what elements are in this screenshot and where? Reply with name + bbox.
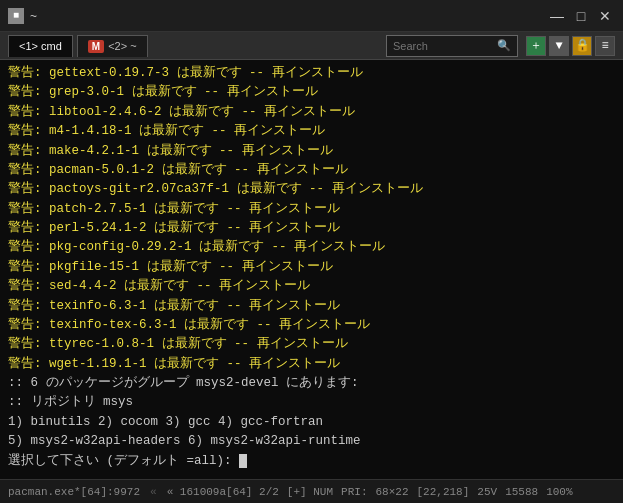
terminal-line: 5) msys2-w32api-headers 6) msys2-w32api-… <box>8 432 615 451</box>
cursor-blink <box>239 454 247 468</box>
terminal-line: 1) binutils 2) cocom 3) gcc 4) gcc-fortr… <box>8 413 615 432</box>
status-bar: pacman.exe*[64]:9972 « « 161009a[64] 2/2… <box>0 479 623 503</box>
add-icon[interactable]: ＋ <box>526 36 546 56</box>
terminal-line: 警告: gettext-0.19.7-3 は最新です -- 再インストール <box>8 64 615 83</box>
status-coords: « 161009a[64] 2/2 <box>167 486 279 498</box>
search-input[interactable] <box>393 40 493 52</box>
lock-icon[interactable]: 🔒 <box>572 36 592 56</box>
status-voltage: 25V <box>477 486 497 498</box>
terminal-line: 警告: sed-4.4-2 は最新です -- 再インストール <box>8 277 615 296</box>
terminal-line: 選択して下さい (デフォルト =all): <box>8 452 615 471</box>
tab-bar: <1> cmd M <2> ~ 🔍 ＋ ▼ 🔒 ≡ <box>0 32 623 60</box>
toolbar-icons: ＋ ▼ 🔒 ≡ <box>526 36 615 56</box>
terminal-line: 警告: patch-2.7.5-1 は最新です -- 再インストール <box>8 200 615 219</box>
tab-m-badge: M <box>88 40 104 53</box>
status-zoom: 100% <box>546 486 572 498</box>
tab-2-label: <2> ~ <box>108 40 136 52</box>
tab-2[interactable]: M <2> ~ <box>77 35 148 57</box>
terminal-output: 警告: gettext-0.19.7-3 は最新です -- 再インストール警告:… <box>0 60 623 479</box>
status-dimensions: 68×22 <box>375 486 408 498</box>
title-text: ~ <box>30 9 37 23</box>
terminal-line: 警告: pacman-5.0.1-2 は最新です -- 再インストール <box>8 161 615 180</box>
title-bar: ■ ~ — □ ✕ <box>0 0 623 32</box>
search-box[interactable]: 🔍 <box>386 35 518 57</box>
terminal-line: :: リポジトリ msys <box>8 393 615 412</box>
terminal-line: 警告: m4-1.4.18-1 は最新です -- 再インストール <box>8 122 615 141</box>
dropdown-icon[interactable]: ▼ <box>549 36 569 56</box>
tab-1-cmd[interactable]: <1> cmd <box>8 35 73 57</box>
status-cursor-pos: [22,218] <box>417 486 470 498</box>
status-pri: PRI: <box>341 486 367 498</box>
terminal-line: 警告: ttyrec-1.0.8-1 は最新です -- 再インストール <box>8 335 615 354</box>
close-button[interactable]: ✕ <box>595 6 615 26</box>
status-mode: [+] NUM <box>287 486 333 498</box>
terminal-line: 警告: grep-3.0-1 は最新です -- 再インストール <box>8 83 615 102</box>
app-icon: ■ <box>8 8 24 24</box>
terminal-line: :: 6 のパッケージがグループ msys2-devel にあります: <box>8 374 615 393</box>
terminal-line: 警告: perl-5.24.1-2 は最新です -- 再インストール <box>8 219 615 238</box>
maximize-button[interactable]: □ <box>571 6 591 26</box>
terminal-line: 警告: wget-1.19.1-1 は最新です -- 再インストール <box>8 355 615 374</box>
menu-icon[interactable]: ≡ <box>595 36 615 56</box>
tab-1-label: <1> cmd <box>19 40 62 52</box>
status-size: 15588 <box>505 486 538 498</box>
search-icon: 🔍 <box>497 39 511 52</box>
terminal-line: 警告: texinfo-tex-6.3-1 は最新です -- 再インストール <box>8 316 615 335</box>
status-process: pacman.exe*[64]:9972 <box>8 486 140 498</box>
terminal-line: 警告: pkgfile-15-1 は最新です -- 再インストール <box>8 258 615 277</box>
window-controls: — □ ✕ <box>547 6 615 26</box>
minimize-button[interactable]: — <box>547 6 567 26</box>
terminal-line: 警告: pactoys-git-r2.07ca37f-1 は最新です -- 再イ… <box>8 180 615 199</box>
terminal-line: 警告: pkg-config-0.29.2-1 は最新です -- 再インストール <box>8 238 615 257</box>
title-bar-left: ■ ~ <box>8 8 539 24</box>
terminal-line: 警告: texinfo-6.3-1 は最新です -- 再インストール <box>8 297 615 316</box>
terminal-line: 警告: make-4.2.1-1 は最新です -- 再インストール <box>8 142 615 161</box>
terminal-line: 警告: libtool-2.4.6-2 は最新です -- 再インストール <box>8 103 615 122</box>
